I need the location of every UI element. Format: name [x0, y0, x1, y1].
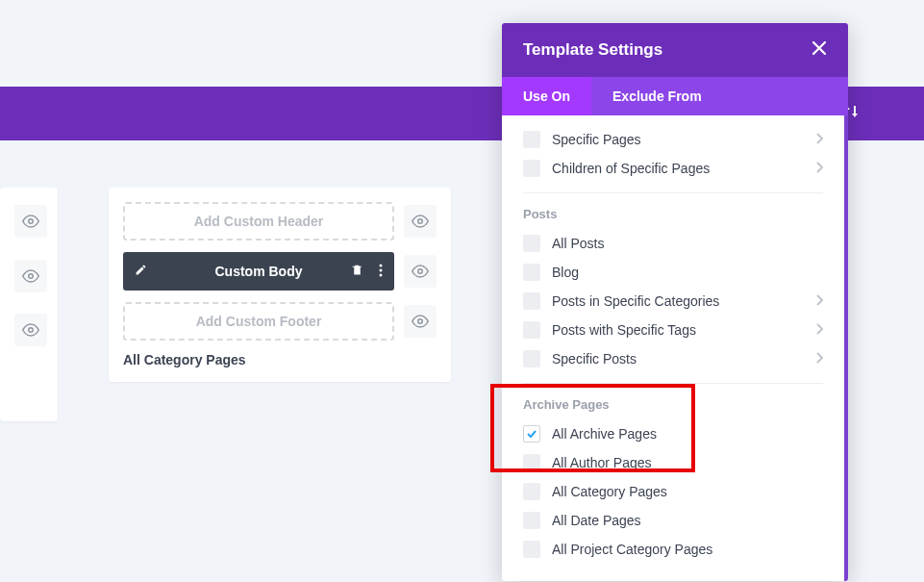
eye-button-frag-2[interactable] [14, 260, 47, 292]
item-specific-posts[interactable]: Specific Posts [502, 344, 844, 373]
checkbox-icon[interactable] [523, 131, 540, 148]
item-posts-tags[interactable]: Posts with Specific Tags [502, 316, 844, 344]
item-label: Specific Pages [552, 132, 641, 147]
item-label: All Posts [552, 236, 604, 251]
item-blog[interactable]: Blog [502, 258, 844, 287]
checkbox-icon[interactable] [523, 321, 540, 339]
tab-use-on[interactable]: Use On [502, 77, 591, 115]
item-all-category-pages[interactable]: All Category Pages [502, 477, 844, 506]
svg-point-0 [29, 219, 34, 224]
item-children-pages[interactable]: Children of Specific Pages [502, 154, 844, 183]
body-preview-button[interactable] [404, 255, 437, 288]
item-all-archive-pages[interactable]: All Archive Pages [502, 419, 844, 448]
checkbox-icon[interactable] [523, 160, 540, 177]
item-all-posts[interactable]: All Posts [502, 229, 844, 258]
chevron-right-icon [815, 350, 823, 367]
add-custom-header-label: Add Custom Header [194, 214, 324, 229]
checkbox-icon[interactable] [523, 541, 540, 558]
checkbox-checked-icon[interactable] [523, 425, 540, 443]
eye-button-frag-1[interactable] [14, 205, 47, 238]
tab-exclude-from-label: Exclude From [612, 89, 702, 104]
eye-button-frag-3[interactable] [14, 314, 47, 346]
item-label: Blog [552, 265, 579, 280]
settings-header: Template Settings [502, 23, 848, 77]
checkbox-icon[interactable] [523, 483, 540, 500]
add-custom-header-button[interactable]: Add Custom Header [123, 202, 394, 240]
svg-point-1 [29, 274, 34, 279]
item-label: All Project Category Pages [552, 542, 712, 557]
checkbox-icon[interactable] [523, 454, 540, 471]
template-settings-panel: Template Settings Use On Exclude From Sp… [502, 23, 848, 581]
svg-point-6 [380, 273, 383, 276]
more-icon[interactable] [379, 264, 383, 280]
custom-body-button[interactable]: Custom Body [123, 252, 394, 291]
pencil-icon [135, 264, 147, 279]
add-custom-footer-label: Add Custom Footer [196, 314, 322, 329]
chevron-right-icon [815, 131, 823, 148]
item-label: All Date Pages [552, 513, 641, 528]
item-posts-categories[interactable]: Posts in Specific Categories [502, 287, 844, 316]
item-all-date-pages[interactable]: All Date Pages [502, 506, 844, 535]
row-footer: Add Custom Footer [123, 302, 437, 341]
checkbox-icon[interactable] [523, 235, 540, 252]
settings-tabs: Use On Exclude From [502, 77, 848, 115]
svg-point-2 [29, 328, 34, 333]
item-label: Posts with Specific Tags [552, 322, 696, 338]
item-label: All Archive Pages [552, 426, 657, 442]
chevron-right-icon [815, 292, 823, 310]
item-all-author-pages[interactable]: All Author Pages [502, 448, 844, 477]
row-header: Add Custom Header [123, 202, 437, 240]
svg-point-5 [380, 268, 383, 271]
row-body: Custom Body [123, 252, 437, 291]
chevron-right-icon [815, 321, 823, 339]
trash-icon[interactable] [351, 264, 363, 279]
tab-use-on-label: Use On [523, 89, 570, 104]
footer-preview-button[interactable] [404, 305, 437, 338]
close-button[interactable] [812, 40, 827, 61]
section-archive-label: Archive Pages [502, 384, 844, 419]
item-label: Children of Specific Pages [552, 161, 710, 176]
settings-body[interactable]: Specific Pages Children of Specific Page… [502, 115, 848, 581]
tab-exclude-from[interactable]: Exclude From [591, 77, 723, 115]
checkbox-icon[interactable] [523, 350, 540, 367]
checkbox-icon[interactable] [523, 292, 540, 310]
item-label: All Author Pages [552, 455, 652, 470]
template-assignment-label: All Category Pages [123, 352, 437, 367]
checkbox-icon[interactable] [523, 512, 540, 529]
item-label: Posts in Specific Categories [552, 293, 719, 309]
svg-point-8 [418, 319, 423, 324]
svg-point-3 [418, 219, 423, 224]
item-all-project-category-pages[interactable]: All Project Category Pages [502, 535, 844, 564]
template-builder-card: Add Custom Header Custom Body Add Custom… [109, 188, 451, 382]
item-label: All Category Pages [552, 484, 667, 499]
settings-title: Template Settings [523, 40, 662, 60]
header-preview-button[interactable] [404, 205, 437, 238]
section-posts-label: Posts [502, 193, 844, 229]
item-label: Specific Posts [552, 351, 637, 367]
svg-point-7 [418, 269, 423, 274]
chevron-right-icon [815, 160, 823, 177]
checkbox-icon[interactable] [523, 264, 540, 281]
svg-point-4 [380, 264, 383, 266]
add-custom-footer-button[interactable]: Add Custom Footer [123, 302, 394, 341]
item-specific-pages[interactable]: Specific Pages [502, 125, 844, 154]
